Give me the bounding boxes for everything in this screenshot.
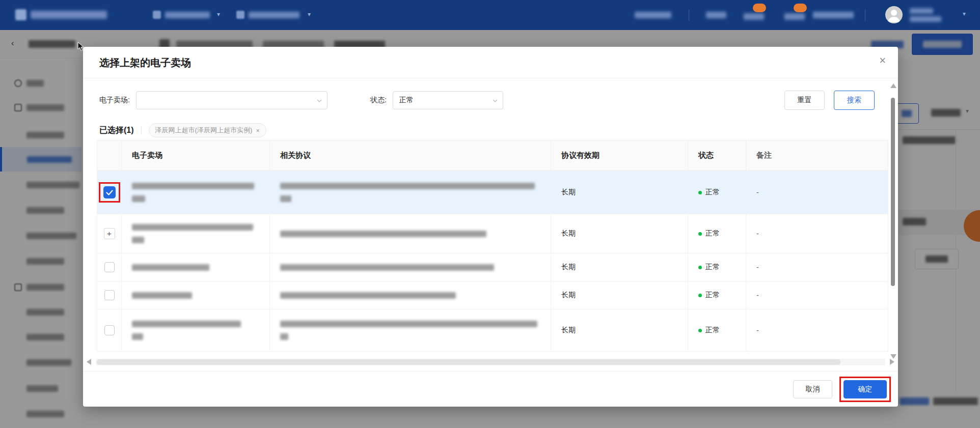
- topbar-link-blurred[interactable]: [635, 12, 671, 18]
- validity-cell: 长期: [551, 253, 688, 281]
- nav-menu-1-blurred[interactable]: [165, 12, 210, 18]
- user-avatar[interactable]: [885, 6, 903, 23]
- horizontal-scrollbar[interactable]: [87, 359, 894, 365]
- user-name-blurred: [910, 8, 933, 14]
- select-cell: [97, 253, 122, 281]
- notification-badge: [794, 4, 807, 12]
- validity-cell: 长期: [551, 309, 688, 351]
- scroll-right-icon[interactable]: [890, 359, 894, 365]
- confirm-button[interactable]: 确定: [843, 380, 887, 398]
- cancel-button[interactable]: 取消: [793, 380, 832, 398]
- nav-menu-icon: [236, 11, 244, 19]
- nav-menu-2-blurred[interactable]: [249, 12, 300, 18]
- marketplace-name-cell-blurred: [122, 281, 270, 309]
- topbar-notice-blurred[interactable]: [784, 13, 805, 20]
- selected-summary: 已选择(1) 泽辰网上超市(泽辰网上超市实例) ×: [99, 123, 266, 137]
- search-button[interactable]: 搜索: [834, 91, 875, 110]
- row-checkbox[interactable]: [104, 325, 115, 335]
- check-icon: [106, 190, 113, 195]
- blurred-text: [132, 237, 144, 243]
- agreement-cell-blurred: [270, 214, 551, 253]
- column-header: 相关协议: [270, 140, 551, 170]
- blurred-text: [280, 195, 291, 202]
- blurred-text: [132, 195, 145, 202]
- topbar-notice-blurred[interactable]: [744, 13, 764, 20]
- person-icon: [885, 6, 903, 23]
- table-row: 长期正常-: [97, 253, 888, 281]
- modal-header: 选择上架的电子卖场 ×: [83, 47, 898, 78]
- status-dot-icon: [698, 266, 702, 269]
- brand-logo-icon: [15, 9, 26, 20]
- table-row: 长期正常-: [97, 171, 888, 214]
- column-header: 备注: [746, 140, 888, 170]
- table-row: +长期正常-: [97, 214, 888, 253]
- table-header-row: 电子卖场 相关协议 协议有效期 状态 备注: [97, 140, 888, 171]
- agreement-cell-blurred: [270, 253, 551, 281]
- blurred-text: [280, 264, 494, 271]
- nav-menu-icon: [153, 11, 161, 19]
- agreement-cell-blurred: [270, 281, 551, 309]
- chevron-down-icon: ▾: [308, 11, 311, 18]
- row-checkbox-checked[interactable]: [103, 186, 116, 198]
- select-cell: [97, 309, 122, 351]
- blurred-text: [280, 292, 456, 299]
- select-cell: [97, 281, 122, 309]
- agreement-cell-blurred: [270, 309, 551, 351]
- blurred-text: [280, 231, 486, 237]
- divider: [865, 10, 865, 21]
- divider: [689, 10, 689, 21]
- marketplace-select-modal: 选择上架的电子卖场 × 电子卖场: 状态: 正常 重置 搜索 已选择(1): [83, 47, 898, 407]
- chevron-down-icon: ▾: [217, 11, 220, 18]
- scroll-up-icon[interactable]: [890, 83, 896, 88]
- topbar-link-blurred[interactable]: [813, 12, 854, 18]
- blurred-text: [280, 333, 288, 340]
- status-cell: 正常: [688, 253, 746, 281]
- blurred-text: [132, 183, 254, 189]
- validity-cell: 长期: [551, 214, 688, 253]
- blurred-text: [132, 224, 253, 231]
- status-dot-icon: [698, 329, 702, 332]
- status-cell: 正常: [688, 171, 746, 214]
- marketplace-select[interactable]: [136, 91, 328, 109]
- scroll-down-icon[interactable]: [890, 354, 896, 359]
- horizontal-scrollbar-thumb[interactable]: [97, 359, 840, 365]
- chevron-down-icon: [493, 98, 498, 103]
- row-checkbox[interactable]: [104, 262, 115, 272]
- chevron-down-icon[interactable]: ▾: [963, 10, 966, 17]
- blurred-text: [280, 183, 535, 189]
- annotation-highlight: 确定: [839, 377, 891, 402]
- tag-remove-icon[interactable]: ×: [256, 127, 260, 134]
- modal-footer: 取消 确定: [83, 371, 898, 407]
- reset-button[interactable]: 重置: [784, 91, 825, 110]
- selected-tag: 泽辰网上超市(泽辰网上超市实例) ×: [149, 123, 266, 137]
- modal-title: 选择上架的电子卖场: [99, 56, 191, 70]
- blurred-text: [132, 264, 209, 271]
- marketplace-table-body: 长期正常-+长期正常-长期正常-长期正常-长期正常-: [97, 171, 888, 352]
- blurred-text: [132, 321, 241, 327]
- vertical-scrollbar[interactable]: [890, 83, 896, 359]
- filter-row: 电子卖场: 状态: 正常 重置 搜索: [99, 91, 875, 110]
- remark-cell: -: [746, 214, 888, 253]
- table-row: 长期正常-: [97, 281, 888, 309]
- status-select-value: 正常: [399, 96, 414, 105]
- topbar: ▾ ▾ ▾: [0, 0, 980, 30]
- status-dot-icon: [698, 191, 702, 194]
- close-icon[interactable]: ×: [879, 55, 886, 66]
- status-select[interactable]: 正常: [393, 91, 503, 109]
- brand-title-blurred: [31, 11, 107, 19]
- status-dot-icon: [698, 232, 702, 236]
- horizontal-scrollbar-track[interactable]: [96, 359, 885, 365]
- selected-tag-text: 泽辰网上超市(泽辰网上超市实例): [155, 126, 253, 135]
- status-cell: 正常: [688, 214, 746, 253]
- select-cell: [97, 171, 122, 214]
- selected-count-label: 已选择(1): [99, 125, 134, 136]
- scroll-left-icon[interactable]: [87, 359, 91, 365]
- blurred-text: [132, 292, 192, 299]
- row-checkbox[interactable]: [104, 290, 115, 300]
- vertical-scrollbar-thumb[interactable]: [891, 98, 895, 286]
- mouse-cursor-icon: [77, 42, 86, 52]
- topbar-link-blurred[interactable]: [706, 12, 726, 18]
- user-org-blurred: [910, 16, 941, 22]
- row-expand-button[interactable]: +: [104, 228, 115, 239]
- remark-cell: -: [746, 309, 888, 351]
